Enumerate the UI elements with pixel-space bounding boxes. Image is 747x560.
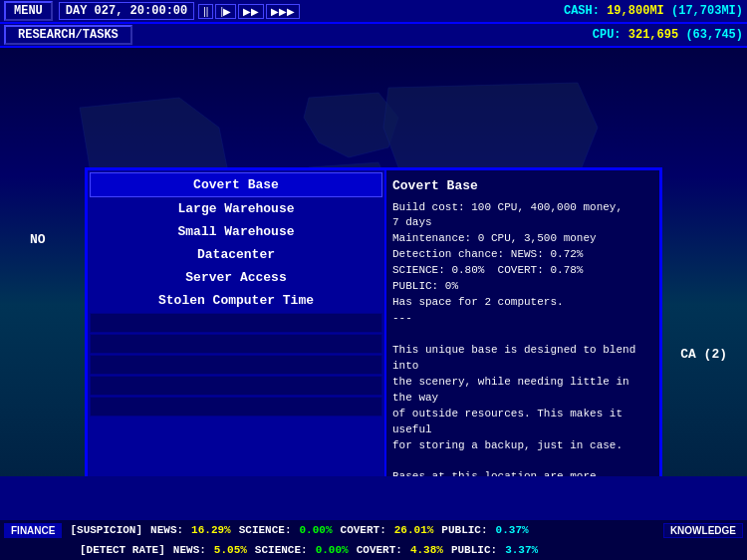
list-item-empty-4 (90, 376, 382, 396)
cash-parens: (17,703MI) (671, 4, 743, 18)
cpu-display: CPU: 321,695 (63,745) (593, 28, 743, 42)
cash-display: CASH: 19,800MI (17,703MI) (564, 4, 743, 18)
map-label-ca: CA (2) (680, 347, 727, 362)
status-row-2: [DETECT RATE] NEWS: 5.05% SCIENCE: 0.00%… (0, 540, 747, 560)
cpu-value: 321,695 (628, 28, 678, 42)
map-label-no: NO (30, 232, 46, 247)
day-display: DAY 027, 20:00:00 (59, 2, 194, 20)
detect-public-value: 3.37% (505, 544, 538, 556)
menu-button[interactable]: MENU (4, 1, 53, 21)
list-item-empty-5 (90, 397, 382, 417)
detect-science-value: 0.00% (316, 544, 349, 556)
research-button[interactable]: RESEARCH/TASKS (4, 25, 132, 45)
finance-tab[interactable]: FINANCE (4, 523, 62, 538)
list-item-datacenter[interactable]: Datacenter (90, 243, 382, 266)
map-area: NO CA (2) Covert Base Large Warehouse Sm… (0, 48, 747, 476)
list-item-server-access[interactable]: Server Access (90, 266, 382, 289)
base-dialog: Covert Base Large Warehouse Small Wareho… (85, 167, 662, 476)
fastest-button[interactable]: ▶▶▶ (266, 4, 300, 19)
science-label-2: SCIENCE: (255, 544, 308, 556)
list-item-empty-2 (90, 334, 382, 354)
dialog-body: Covert Base Large Warehouse Small Wareho… (88, 170, 659, 476)
suspicion-label: [SUSPICION] (70, 524, 142, 536)
base-info-panel: Covert Base Build cost: 100 CPU, 400,000… (386, 170, 659, 476)
science-value-1: 0.00% (300, 524, 333, 536)
status-bar: FINANCE [SUSPICION] NEWS: 16.29% SCIENCE… (0, 520, 747, 560)
list-item-empty-3 (90, 355, 382, 375)
public-label-1: PUBLIC: (441, 524, 487, 536)
list-item-small-warehouse[interactable]: Small Warehouse (90, 220, 382, 243)
covert-value-1: 26.01% (394, 524, 434, 536)
detect-label: [DETECT RATE] (80, 544, 165, 556)
media-controls: || |▶ ▶▶ ▶▶▶ (198, 4, 300, 19)
pause-button[interactable]: || (198, 4, 213, 19)
info-title: Covert Base (392, 176, 653, 196)
list-item-stolen-computer-time[interactable]: Stolen Computer Time (90, 289, 382, 312)
news-label-2: NEWS: (173, 544, 206, 556)
step-button[interactable]: |▶ (215, 4, 236, 19)
knowledge-tab[interactable]: KNOWLEDGE (663, 523, 743, 538)
news-label-1: NEWS: (150, 524, 183, 536)
detect-news-value: 5.05% (214, 544, 247, 556)
info-text: Build cost: 100 CPU, 400,000 money, 7 da… (392, 200, 653, 477)
covert-label-1: COVERT: (341, 524, 386, 536)
cash-value: 19,800MI (607, 4, 664, 18)
public-value-1: 0.37% (496, 524, 529, 536)
news-value-1: 16.29% (191, 524, 231, 536)
second-bar: RESEARCH/TASKS CPU: 321,695 (63,745) (0, 24, 747, 48)
cpu-parens: (63,745) (685, 28, 743, 42)
public-label-2: PUBLIC: (451, 544, 497, 556)
base-list-panel: Covert Base Large Warehouse Small Wareho… (88, 170, 386, 476)
detect-covert-value: 4.38% (410, 544, 443, 556)
science-label-1: SCIENCE: (239, 524, 292, 536)
list-item-large-warehouse[interactable]: Large Warehouse (90, 197, 382, 220)
covert-label-2: COVERT: (357, 544, 402, 556)
top-bar: MENU DAY 027, 20:00:00 || |▶ ▶▶ ▶▶▶ CASH… (0, 0, 747, 24)
status-row-1: FINANCE [SUSPICION] NEWS: 16.29% SCIENCE… (0, 520, 747, 540)
list-item-covert-base[interactable]: Covert Base (90, 172, 382, 197)
fast-button[interactable]: ▶▶ (238, 4, 264, 19)
list-item-empty-1 (90, 313, 382, 333)
